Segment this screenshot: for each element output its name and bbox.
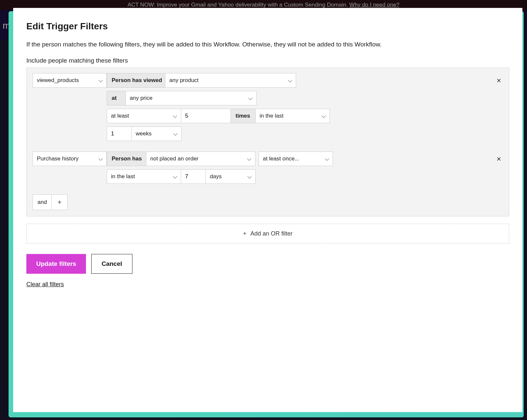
- frequency-select[interactable]: at least once...: [259, 152, 333, 166]
- remove-filter-button[interactable]: ✕: [494, 76, 503, 85]
- source-select-value: viewed_products: [37, 77, 95, 84]
- chevron-down-icon: [321, 113, 327, 119]
- product-select-value: any product: [169, 77, 284, 84]
- update-filters-button[interactable]: Update filters: [26, 254, 86, 274]
- comparator-select[interactable]: at least: [107, 109, 181, 123]
- chevron-down-icon: [248, 95, 254, 101]
- plus-icon: +: [243, 230, 247, 237]
- add-or-filter-button[interactable]: + Add an OR filter: [26, 224, 509, 243]
- cancel-button[interactable]: Cancel: [91, 254, 132, 274]
- duration-input-field[interactable]: [111, 130, 127, 137]
- duration-unit-select[interactable]: weeks: [131, 126, 181, 141]
- person-has-label: Person has: [107, 152, 146, 166]
- modal-actions: Update filters Cancel: [26, 254, 509, 274]
- count-input[interactable]: [181, 109, 231, 123]
- remove-filter-button[interactable]: ✕: [494, 155, 503, 163]
- filter-row-purchase-history: Purchase history Person has not placed a…: [33, 152, 503, 184]
- timerange-select[interactable]: in the last: [255, 109, 330, 123]
- modal-description: If the person matches the following filt…: [26, 40, 509, 49]
- source-select[interactable]: Purchase history: [33, 152, 107, 166]
- chevron-down-icon: [98, 156, 104, 162]
- at-label: at: [107, 91, 126, 105]
- timerange-value: in the last: [111, 173, 169, 180]
- duration-input[interactable]: [181, 169, 206, 184]
- timerange-select[interactable]: in the last: [107, 169, 181, 184]
- chevron-down-icon: [247, 174, 253, 180]
- comparator-value: at least: [111, 113, 169, 119]
- duration-unit-value: weeks: [136, 130, 169, 137]
- duration-unit-select[interactable]: days: [206, 169, 256, 184]
- clear-all-filters-link[interactable]: Clear all filters: [26, 281, 64, 288]
- filter-group: viewed_products Person has viewed any pr…: [26, 68, 509, 216]
- close-icon: ✕: [496, 77, 501, 84]
- product-select[interactable]: any product: [165, 73, 296, 88]
- price-select-value: any price: [130, 95, 244, 101]
- and-combinator: and +: [33, 194, 503, 210]
- order-status-value: not placed an order: [150, 155, 243, 162]
- person-has-viewed-label: Person has viewed: [107, 73, 165, 88]
- chevron-down-icon: [324, 156, 330, 162]
- include-filters-label: Include people matching these filters: [26, 57, 509, 64]
- frequency-value: at least once...: [263, 155, 321, 162]
- order-status-select[interactable]: not placed an order: [146, 152, 255, 166]
- times-label: times: [231, 109, 256, 123]
- chevron-down-icon: [98, 77, 104, 83]
- chevron-down-icon: [287, 77, 293, 83]
- chevron-down-icon: [173, 131, 179, 137]
- modal-title: Edit Trigger Filters: [26, 21, 509, 32]
- add-and-filter-button[interactable]: +: [52, 194, 68, 210]
- duration-input-field[interactable]: [185, 173, 202, 180]
- source-select[interactable]: viewed_products: [33, 73, 107, 88]
- timerange-value: in the last: [260, 113, 318, 119]
- chevron-down-icon: [172, 174, 178, 180]
- or-filter-label: Add an OR filter: [250, 230, 292, 237]
- edit-trigger-filters-modal: Edit Trigger Filters If the person match…: [13, 8, 522, 412]
- duration-input[interactable]: [107, 126, 132, 141]
- source-select-value: Purchase history: [37, 155, 95, 162]
- duration-unit-value: days: [210, 173, 243, 180]
- price-select[interactable]: any price: [125, 91, 257, 105]
- chevron-down-icon: [172, 113, 178, 119]
- filter-row-viewed-products: viewed_products Person has viewed any pr…: [33, 73, 503, 141]
- count-input-field[interactable]: [185, 113, 227, 119]
- plus-icon: +: [58, 199, 62, 206]
- chevron-down-icon: [246, 156, 252, 162]
- close-icon: ✕: [496, 155, 501, 163]
- and-label: and: [33, 194, 52, 210]
